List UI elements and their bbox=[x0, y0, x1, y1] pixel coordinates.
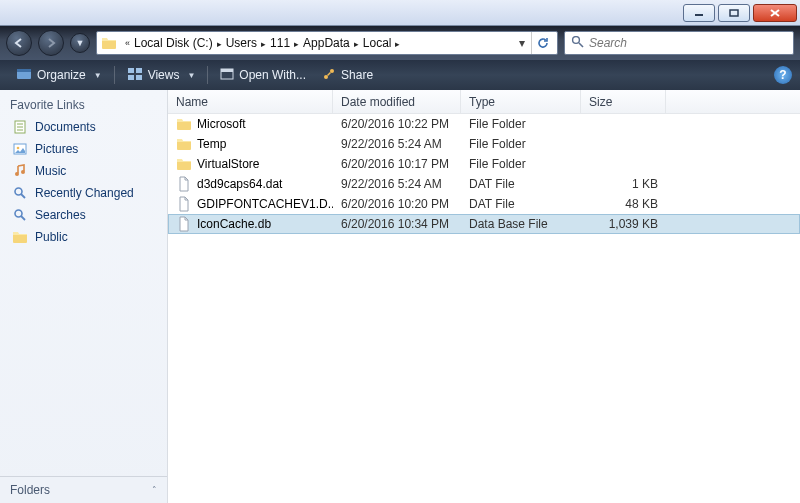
search-input[interactable] bbox=[589, 36, 787, 50]
file-date: 9/22/2016 5:24 AM bbox=[333, 177, 461, 191]
folder-icon bbox=[12, 229, 28, 245]
svg-rect-13 bbox=[221, 69, 233, 72]
sidebar-item[interactable]: Public bbox=[4, 226, 163, 248]
breadcrumb-segment[interactable]: Local bbox=[363, 36, 392, 50]
chevron-right-icon[interactable]: ▸ bbox=[257, 39, 270, 49]
sidebar-item-label: Recently Changed bbox=[35, 186, 134, 200]
column-type[interactable]: Type bbox=[461, 90, 581, 113]
sidebar-item-label: Pictures bbox=[35, 142, 78, 156]
svg-point-15 bbox=[330, 69, 334, 73]
sidebar-item[interactable]: Documents bbox=[4, 116, 163, 138]
chevron-right-icon[interactable]: ▸ bbox=[350, 39, 363, 49]
sidebar-item[interactable]: Music bbox=[4, 160, 163, 182]
file-icon bbox=[176, 216, 192, 232]
breadcrumb-segment[interactable]: Users bbox=[226, 36, 257, 50]
views-button[interactable]: Views▼ bbox=[119, 64, 204, 87]
share-icon bbox=[322, 67, 336, 84]
column-blank bbox=[666, 90, 800, 113]
chevron-right-icon[interactable]: ▸ bbox=[391, 39, 404, 49]
sidebar-item-label: Music bbox=[35, 164, 66, 178]
organize-button[interactable]: Organize▼ bbox=[8, 64, 110, 87]
command-bar: Organize▼ Views▼ Open With... Share ? bbox=[0, 60, 800, 90]
breadcrumb[interactable]: « Local Disk (C:)▸Users▸111▸AppData▸Loca… bbox=[96, 31, 558, 55]
folders-label: Folders bbox=[10, 483, 50, 497]
nav-forward-button[interactable] bbox=[38, 30, 64, 56]
file-type: DAT File bbox=[461, 177, 581, 191]
svg-point-24 bbox=[21, 170, 25, 174]
open-with-label: Open With... bbox=[239, 68, 306, 82]
file-size: 48 KB bbox=[581, 197, 666, 211]
file-name: GDIPFONTCACHEV1.D... bbox=[197, 197, 333, 211]
nav-history-dropdown[interactable]: ▼ bbox=[70, 33, 90, 53]
file-date: 9/22/2016 5:24 AM bbox=[333, 137, 461, 151]
svg-point-25 bbox=[15, 188, 22, 195]
file-type: File Folder bbox=[461, 117, 581, 131]
file-type: File Folder bbox=[461, 157, 581, 171]
chevron-right-icon[interactable]: ▸ bbox=[290, 39, 303, 49]
svg-rect-11 bbox=[136, 75, 142, 80]
file-name: IconCache.db bbox=[197, 217, 271, 231]
svg-point-27 bbox=[15, 210, 22, 217]
sidebar-item[interactable]: Searches bbox=[4, 204, 163, 226]
breadcrumb-overflow[interactable]: « bbox=[121, 38, 134, 48]
folders-pane-toggle[interactable]: Folders ˄ bbox=[0, 476, 167, 503]
svg-point-23 bbox=[15, 172, 19, 176]
svg-rect-10 bbox=[128, 75, 134, 80]
breadcrumb-segment[interactable]: 111 bbox=[270, 36, 290, 50]
sidebar-item[interactable]: Recently Changed bbox=[4, 182, 163, 204]
file-row[interactable]: IconCache.db6/20/2016 10:34 PMData Base … bbox=[168, 214, 800, 234]
file-row[interactable]: VirtualStore6/20/2016 10:17 PMFile Folde… bbox=[168, 154, 800, 174]
close-button[interactable] bbox=[753, 4, 797, 22]
views-label: Views bbox=[148, 68, 180, 82]
file-date: 6/20/2016 10:17 PM bbox=[333, 157, 461, 171]
organize-icon bbox=[16, 67, 32, 84]
column-date[interactable]: Date modified bbox=[333, 90, 461, 113]
nav-back-button[interactable] bbox=[6, 30, 32, 56]
sidebar-item-label: Searches bbox=[35, 208, 86, 222]
search-icon bbox=[571, 35, 584, 51]
file-type: Data Base File bbox=[461, 217, 581, 231]
folder-icon bbox=[101, 35, 117, 51]
svg-point-22 bbox=[17, 147, 20, 150]
file-date: 6/20/2016 10:20 PM bbox=[333, 197, 461, 211]
svg-point-14 bbox=[324, 75, 328, 79]
file-name: d3d9caps64.dat bbox=[197, 177, 282, 191]
refresh-button[interactable] bbox=[531, 32, 553, 54]
file-row[interactable]: Microsoft6/20/2016 10:22 PMFile Folder bbox=[168, 114, 800, 134]
search-icon bbox=[12, 207, 28, 223]
file-type: DAT File bbox=[461, 197, 581, 211]
sidebar: Favorite Links DocumentsPicturesMusicRec… bbox=[0, 90, 168, 503]
file-row[interactable]: Temp9/22/2016 5:24 AMFile Folder bbox=[168, 134, 800, 154]
address-dropdown[interactable]: ▾ bbox=[513, 36, 531, 50]
file-name: Microsoft bbox=[197, 117, 246, 131]
svg-rect-8 bbox=[128, 68, 134, 73]
share-button[interactable]: Share bbox=[314, 64, 381, 87]
sidebar-item[interactable]: Pictures bbox=[4, 138, 163, 160]
file-size: 1 KB bbox=[581, 177, 666, 191]
open-with-button[interactable]: Open With... bbox=[212, 64, 314, 87]
title-bar bbox=[0, 0, 800, 26]
search-box[interactable] bbox=[564, 31, 794, 55]
chevron-right-icon[interactable]: ▸ bbox=[213, 39, 226, 49]
chevron-up-icon: ˄ bbox=[152, 485, 157, 495]
minimize-button[interactable] bbox=[683, 4, 715, 22]
pictures-icon bbox=[12, 141, 28, 157]
breadcrumb-segment[interactable]: AppData bbox=[303, 36, 350, 50]
share-label: Share bbox=[341, 68, 373, 82]
file-row[interactable]: d3d9caps64.dat9/22/2016 5:24 AMDAT File1… bbox=[168, 174, 800, 194]
folder-icon bbox=[176, 116, 192, 132]
file-name: VirtualStore bbox=[197, 157, 259, 171]
column-size[interactable]: Size bbox=[581, 90, 666, 113]
column-name[interactable]: Name bbox=[168, 90, 333, 113]
help-button[interactable]: ? bbox=[774, 66, 792, 84]
file-icon bbox=[176, 176, 192, 192]
svg-line-28 bbox=[21, 216, 25, 220]
file-size: 1,039 KB bbox=[581, 217, 666, 231]
breadcrumb-segment[interactable]: Local Disk (C:) bbox=[134, 36, 213, 50]
svg-rect-7 bbox=[17, 69, 31, 72]
file-row[interactable]: GDIPFONTCACHEV1.D...6/20/2016 10:20 PMDA… bbox=[168, 194, 800, 214]
maximize-button[interactable] bbox=[718, 4, 750, 22]
open-with-icon bbox=[220, 67, 234, 84]
folder-icon bbox=[176, 156, 192, 172]
search-icon bbox=[12, 185, 28, 201]
